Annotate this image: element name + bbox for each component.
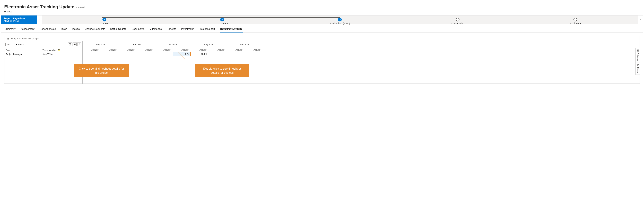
tab-milestones[interactable]: Milestones <box>149 26 162 32</box>
data-cell[interactable] <box>118 52 136 56</box>
col-header-label: Role <box>6 49 10 51</box>
col-header-label: Team Member <box>42 49 56 51</box>
side-tab-label: Columns <box>636 53 639 61</box>
svg-rect-3 <box>8 38 9 38</box>
save-status: - Saved <box>76 6 84 9</box>
stage-label: 2. Initiation <box>330 22 341 25</box>
col-header-actual[interactable]: Actual≡ <box>227 48 245 52</box>
svg-rect-1 <box>7 39 7 39</box>
sort-icon: ≡ <box>152 49 153 51</box>
tab-project-report[interactable]: Project Report <box>198 26 215 32</box>
tab-documents[interactable]: Documents <box>131 26 145 32</box>
remove-button[interactable]: Remove <box>14 43 26 46</box>
stage-label: 3. Execution <box>451 22 464 25</box>
col-header-actual[interactable]: Actual≡ <box>245 48 263 52</box>
sort-icon: ≡ <box>188 49 189 51</box>
data-cell[interactable] <box>227 52 245 56</box>
tab-summary[interactable]: Summary <box>4 26 16 32</box>
add-button[interactable]: Add <box>6 43 13 46</box>
stage-idea[interactable]: 0. Idea <box>45 18 163 22</box>
tab-issues[interactable]: Issues <box>72 26 80 32</box>
page-title: Electronic Asset Tracking Update <box>4 4 74 10</box>
svg-rect-12 <box>638 50 638 51</box>
data-cell[interactable] <box>155 52 173 56</box>
month-header[interactable]: Jul 2024 <box>155 41 191 48</box>
stage-label: 0. Idea <box>100 22 108 25</box>
stage-closure[interactable]: 4. Closure <box>516 18 634 22</box>
tab-risks[interactable]: Risks <box>61 26 68 32</box>
svg-rect-7 <box>69 44 71 44</box>
group-placeholder: Drag here to set row groups <box>11 37 38 40</box>
tab-dependencies[interactable]: Dependencies <box>39 26 56 32</box>
svg-point-9 <box>74 44 75 45</box>
entity-type: Project <box>4 10 640 13</box>
cell-member: Alex Wilber <box>41 52 82 56</box>
stage-prev-button[interactable] <box>37 16 42 24</box>
group-icon <box>6 38 9 40</box>
tab-more[interactable]: ··· <box>247 26 251 32</box>
data-cell[interactable] <box>245 52 263 56</box>
tab-resource-demand[interactable]: Resource Demand <box>220 26 243 33</box>
col-header-actual[interactable]: Actual≡ <box>155 48 173 52</box>
stage-duration: (8 Mo) <box>343 22 350 25</box>
svg-rect-5 <box>8 39 9 40</box>
svg-rect-4 <box>8 39 9 39</box>
tab-status-update[interactable]: Status Update <box>110 26 127 32</box>
sort-icon: ≡ <box>116 49 117 51</box>
stage-initiation[interactable]: 2. Initiation (8 Mo) <box>281 18 399 22</box>
cell-role: Project Manager <box>4 52 41 56</box>
col-header-actual[interactable]: Actual≡ <box>100 48 118 52</box>
side-tab-columns[interactable]: Columns <box>636 48 640 62</box>
stage-gate-duration: Active for 4 years <box>4 20 34 22</box>
svg-rect-2 <box>7 39 7 40</box>
table-row[interactable]: Project Manager Alex Wilber <box>4 52 82 56</box>
table-row-values: 4.75 £1,900 <box>82 52 640 56</box>
data-cell[interactable] <box>82 52 100 56</box>
data-cell[interactable]: £1,900 <box>191 52 209 56</box>
view-button[interactable] <box>72 43 77 46</box>
tab-investment[interactable]: Investment <box>181 26 194 32</box>
side-tab-filters[interactable]: Filters <box>636 62 640 75</box>
callout-connector <box>67 44 67 64</box>
sort-icon: ≡ <box>224 49 225 51</box>
data-cell[interactable] <box>100 52 118 56</box>
svg-rect-0 <box>7 38 7 38</box>
col-header-actual[interactable]: Actual≡ <box>191 48 209 52</box>
col-header-actual[interactable]: Actual≡ <box>82 48 100 52</box>
svg-rect-11 <box>638 50 638 51</box>
tab-assessment[interactable]: Assessment <box>20 26 35 32</box>
side-tab-label: Filters <box>636 67 639 73</box>
sort-icon: ≡ <box>206 49 207 51</box>
stage-gate-label[interactable]: Project Stage Gate Active for 4 years <box>1 16 37 24</box>
timesheet-details-button[interactable] <box>68 43 72 46</box>
col-header-role[interactable]: Role <box>4 48 41 52</box>
stage-gate-bar: Project Stage Gate Active for 4 years 0.… <box>1 15 643 24</box>
svg-rect-10 <box>637 50 637 51</box>
tab-bar: Summary Assessment Dependencies Risks Is… <box>1 24 643 33</box>
stage-next-button[interactable] <box>638 16 643 24</box>
month-header[interactable]: Sep 2024 <box>227 41 263 48</box>
tab-change-requests[interactable]: Change Requests <box>84 26 106 32</box>
zero-toggle-button[interactable]: 0 <box>77 43 82 46</box>
filter-icon[interactable] <box>58 49 60 51</box>
data-cell-highlighted[interactable]: 4.75 <box>173 52 191 56</box>
month-header[interactable]: May 2024 <box>82 41 118 48</box>
tab-benefits[interactable]: Benefits <box>166 26 176 32</box>
callout-right: Double-click to see timesheet details fo… <box>195 64 249 77</box>
col-header-actual[interactable]: Actual≡ <box>136 48 155 52</box>
col-header-actual[interactable]: Actual≡ <box>118 48 136 52</box>
col-header-actual[interactable]: Actual≡ <box>209 48 227 52</box>
stage-concept[interactable]: 1. Concept <box>163 18 281 22</box>
col-header-actual[interactable]: Actual≡ <box>173 48 191 52</box>
data-cell[interactable] <box>209 52 227 56</box>
stage-execution[interactable]: 3. Execution <box>399 18 516 22</box>
month-header[interactable]: Aug 2024 <box>191 41 227 48</box>
stage-gate-title: Project Stage Gate <box>4 17 34 20</box>
col-header-team-member[interactable]: Team Member <box>41 48 82 52</box>
stage-label: 4. Closure <box>570 22 581 25</box>
sort-icon: ≡ <box>242 49 243 51</box>
data-cell[interactable] <box>136 52 155 56</box>
sort-icon: ≡ <box>170 49 171 51</box>
group-drop-zone[interactable]: Drag here to set row groups <box>4 36 640 41</box>
month-header[interactable]: Jun 2024 <box>118 41 155 48</box>
